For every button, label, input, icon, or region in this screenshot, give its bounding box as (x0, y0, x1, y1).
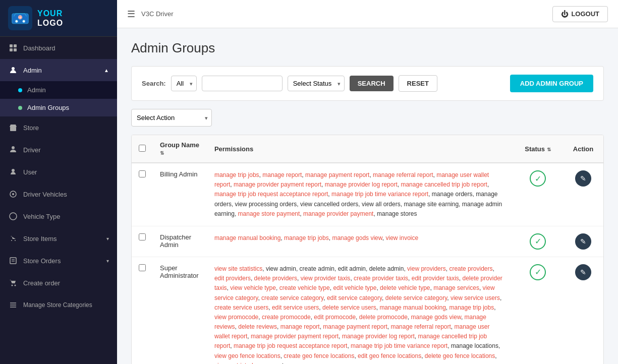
svg-rect-8 (10, 48, 13, 51)
perm-link[interactable]: manage trip job time variance report (331, 191, 428, 198)
perm-link[interactable]: view service users (451, 294, 500, 301)
sidebar-item-user[interactable]: User (0, 161, 117, 183)
perm-link[interactable]: manage manual booking (379, 304, 445, 311)
perm-link[interactable]: create promocode (262, 314, 311, 321)
reset-button[interactable]: RESET (399, 75, 437, 92)
perm-link[interactable]: create providers (449, 265, 492, 272)
logout-label: LOGOUT (571, 10, 599, 18)
perm-link[interactable]: edit promocode (314, 314, 356, 321)
edit-button-0[interactable]: ✎ (575, 170, 591, 187)
action-select[interactable]: Select Action (131, 109, 212, 127)
sidebar-item-store[interactable]: Store (0, 116, 117, 139)
perm-link[interactable]: manage referral report (373, 171, 433, 178)
perm-link[interactable]: manage provider log report (325, 181, 398, 188)
sidebar-item-store-items[interactable]: Store Items ▾ (0, 227, 117, 250)
perm-link[interactable]: edit service category (327, 294, 382, 301)
sidebar-item-store-orders[interactable]: Store Orders ▾ (0, 250, 117, 272)
sidebar-item-admin-groups[interactable]: Admin Groups (0, 99, 117, 116)
perm-link[interactable]: manage trip jobs (284, 234, 329, 241)
perm-link[interactable]: manage gods view (411, 314, 461, 321)
perm-link[interactable]: edit geo fence locations (358, 352, 421, 359)
perm-link[interactable]: view geo fence locations (214, 352, 280, 359)
perm-link[interactable]: edit service users (272, 304, 319, 311)
logout-button[interactable]: ⏻ LOGOUT (552, 6, 608, 22)
perm-link[interactable]: manage report (262, 171, 302, 178)
perm-link[interactable]: manage payment report (323, 323, 387, 330)
main-area: ☰ V3C Driver ⏻ LOGOUT Admin Groups Searc… (117, 0, 618, 364)
sidebar-item-create-order[interactable]: Create order (0, 272, 117, 294)
svg-point-12 (12, 146, 15, 149)
sidebar-item-admin-sub[interactable]: Admin (0, 81, 117, 99)
add-admin-group-button[interactable]: ADD ADMIN GROUP (510, 75, 593, 92)
sidebar-label-admin-sub: Admin (27, 86, 46, 94)
perm-link[interactable]: view providers (407, 265, 446, 272)
perm-link[interactable]: delete reviews (238, 323, 277, 330)
perm-link[interactable]: manage provider payment report (234, 181, 321, 188)
search-button[interactable]: SEARCH (350, 76, 394, 91)
manage-store-icon (8, 300, 18, 310)
status-active-icon: ✓ (530, 264, 546, 280)
perm-link[interactable]: view provider taxis (301, 275, 351, 282)
perm-link[interactable]: edit provider taxis (412, 275, 459, 282)
sidebar-item-admin[interactable]: Admin ▲ (0, 59, 117, 81)
edit-button-1[interactable]: ✎ (575, 233, 591, 250)
perm-link[interactable]: edit providers (214, 275, 251, 282)
perm-link[interactable]: create service category (261, 294, 323, 301)
svg-point-2 (23, 20, 25, 23)
group-name-sort-icon[interactable]: ⇅ (160, 150, 164, 156)
perm-link[interactable]: manage report (280, 323, 320, 330)
perm-link[interactable]: create vehicle type (279, 284, 330, 291)
perm-link[interactable]: delete promocode (359, 314, 408, 321)
perm-link[interactable]: delete providers (254, 275, 297, 282)
perm-link[interactable]: manage store payment (238, 210, 300, 217)
perm-link[interactable]: view site statistics (214, 265, 262, 272)
perm-link[interactable]: manage provider payment (303, 210, 373, 217)
perm-link[interactable]: manage provider log report (342, 333, 415, 340)
dashboard-icon (8, 43, 18, 53)
perm-link[interactable]: view promocode (214, 314, 258, 321)
select-all-checkbox[interactable] (139, 145, 146, 152)
perm-link[interactable]: manage trip jobs (214, 171, 259, 178)
perm-link[interactable]: delete service category (385, 294, 447, 301)
page-content: Admin Groups Search: All Select Status S… (117, 28, 618, 364)
perm-link[interactable]: edit vehicle type (333, 284, 376, 291)
search-controls: Search: All Select Status SEARCH RESET (142, 75, 437, 92)
perm-link[interactable]: manage referral report (390, 323, 451, 330)
perm-link[interactable]: create provider taxis (354, 275, 408, 282)
row-checkbox-cell (132, 163, 153, 226)
perm-link[interactable]: manage services (433, 284, 479, 291)
sidebar-item-driver[interactable]: Driver (0, 139, 117, 161)
row-checkbox-1[interactable] (139, 233, 146, 240)
row-group-name-0: Billing Admin (153, 163, 207, 226)
sidebar-item-dashboard[interactable]: Dashboard (0, 37, 117, 59)
perm-link[interactable]: manage manual booking (214, 234, 280, 241)
perm-link[interactable]: create geo fence locations (284, 352, 354, 359)
perm-link[interactable]: delete vehicle type (380, 284, 430, 291)
perm-link[interactable]: view vehicle type (230, 284, 276, 291)
row-permissions-0: manage trip jobs, manage report, manage … (207, 163, 513, 226)
perm-link[interactable]: manage trip job time variance report (351, 342, 447, 349)
search-all-select[interactable]: All (171, 76, 197, 91)
perm-link[interactable]: delete geo fence locations (425, 352, 495, 359)
perm-link[interactable]: manage cancelled trip job report (401, 181, 487, 188)
perm-link[interactable]: delete service users (322, 304, 376, 311)
perm-link[interactable]: manage trip job request acceptance repor… (214, 191, 328, 198)
perm-link[interactable]: manage payment report (305, 171, 369, 178)
sidebar-item-manage-store-cats[interactable]: Manage Store Categories (0, 294, 117, 316)
sidebar-item-vehicle-type[interactable]: Vehicle Type (0, 205, 117, 227)
edit-button-2[interactable]: ✎ (575, 264, 591, 280)
perm-link[interactable]: manage provider payment report (251, 333, 339, 340)
search-input[interactable] (202, 76, 283, 91)
row-checkbox-0[interactable] (139, 170, 146, 177)
hamburger-icon[interactable]: ☰ (127, 9, 135, 20)
perm-link[interactable]: create service users (214, 304, 268, 311)
status-sort-icon[interactable]: ⇅ (547, 147, 551, 152)
perm-link[interactable]: manage trip jobs (449, 304, 494, 311)
row-checkbox-2[interactable] (139, 264, 146, 271)
perm-link[interactable]: view invoice (385, 234, 418, 241)
perm-link[interactable]: manage gods view (332, 234, 382, 241)
perm-link[interactable]: view restricted area (214, 362, 267, 364)
perm-link[interactable]: manage trip job request acceptance repor… (234, 342, 347, 349)
status-select[interactable]: Select Status (288, 76, 345, 91)
sidebar-item-driver-vehicles[interactable]: Driver Vehicles (0, 183, 117, 205)
